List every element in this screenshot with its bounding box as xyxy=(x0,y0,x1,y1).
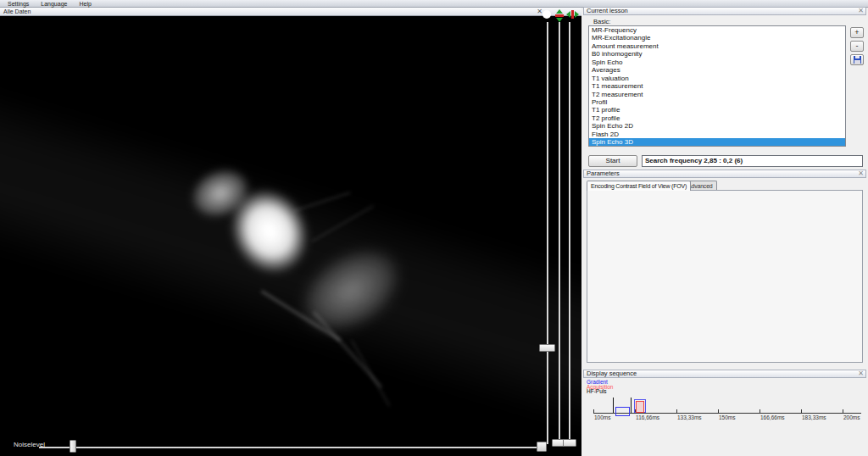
list-item[interactable]: Flash 2D xyxy=(589,131,845,138)
list-item[interactable]: Amount measurement xyxy=(589,42,845,50)
mri-image-viewport xyxy=(0,16,581,456)
tab-encoding-contrast-fov[interactable]: Encoding Contrast Field of View (FOV) xyxy=(587,181,691,191)
list-item[interactable]: MR-Excitationangle xyxy=(589,34,845,42)
hf-pulse-line xyxy=(631,398,632,413)
axis-tick xyxy=(676,409,677,413)
list-item[interactable]: T1 valuation xyxy=(589,75,845,82)
move-vertical-icon xyxy=(555,9,565,22)
tick-label: 183,33ms xyxy=(802,414,826,420)
list-item[interactable]: Averages xyxy=(589,66,845,74)
tick-label: 116,66ms xyxy=(636,414,659,420)
display-sequence-title: Display sequence xyxy=(587,370,637,377)
list-item[interactable]: T1 measurement xyxy=(589,82,845,90)
lesson-listbox[interactable]: MR-Frequency MR-Excitationangle Amount m… xyxy=(588,25,846,147)
slice-slider-track[interactable] xyxy=(547,22,548,444)
start-button[interactable]: Start xyxy=(588,155,637,167)
image-window-titlebar: Alle Daten ✕ xyxy=(0,8,581,16)
axis-tick xyxy=(801,409,802,413)
display-sequence-header: Display sequence ✕ xyxy=(583,370,866,378)
vertical-pan-slider-track[interactable] xyxy=(559,22,560,444)
current-lesson-title: Current lesson xyxy=(587,7,628,14)
close-icon[interactable]: ✕ xyxy=(858,8,864,14)
close-icon[interactable]: ✕ xyxy=(858,170,864,177)
axis-tick xyxy=(843,409,843,413)
list-item-selected[interactable]: Spin Echo 3D xyxy=(589,138,845,146)
current-lesson-header: Current lesson ✕ xyxy=(583,7,866,15)
horizontal-pan-slider-track[interactable] xyxy=(569,22,570,444)
slice-position-icon xyxy=(542,10,551,19)
tick-label: 150ms xyxy=(719,414,736,420)
gradient-pulse-shape xyxy=(615,407,630,416)
list-item[interactable]: T2 measurement xyxy=(589,91,845,98)
legend-hf-puls: HF-Puls xyxy=(587,389,606,394)
horizontal-pan-slider-thumb[interactable] xyxy=(563,439,576,447)
list-item[interactable]: Spin Echo 2D xyxy=(589,122,845,130)
list-item[interactable]: B0 inhomogenity xyxy=(589,50,845,58)
tick-label: 133,33ms xyxy=(677,414,702,420)
list-item[interactable]: Profil xyxy=(589,98,845,106)
parameters-tab-page xyxy=(587,190,863,363)
close-icon[interactable]: ✕ xyxy=(858,370,864,377)
list-item[interactable]: Spin Echo xyxy=(589,58,845,66)
tick-label: 100ms xyxy=(594,414,611,420)
list-item[interactable]: T1 profile xyxy=(589,106,845,114)
menu-settings[interactable]: Settings xyxy=(3,1,34,7)
menu-language[interactable]: Language xyxy=(36,1,72,7)
close-icon[interactable]: ✕ xyxy=(537,8,542,15)
list-item[interactable]: T2 profile xyxy=(589,114,845,122)
add-lesson-button[interactable]: + xyxy=(850,27,864,38)
search-frequency-field: Search frequency 2,85 : 0,2 (6) xyxy=(642,155,863,167)
axis-tick xyxy=(718,409,719,413)
tick-label: 200ms xyxy=(843,414,860,420)
menu-help[interactable]: Help xyxy=(74,1,96,7)
parameters-header: Parameters ✕ xyxy=(583,170,866,178)
sequence-time-axis xyxy=(593,413,861,414)
basic-label: Basic: xyxy=(593,18,610,25)
image-window-title: Alle Daten xyxy=(3,8,31,14)
save-button[interactable] xyxy=(850,54,864,65)
parameters-title: Parameters xyxy=(587,170,620,177)
noiselevel-slider-track[interactable] xyxy=(39,447,542,448)
hf-pulse-line xyxy=(613,398,614,413)
list-item[interactable]: MR-Frequency xyxy=(589,26,845,34)
remove-lesson-button[interactable]: - xyxy=(850,41,864,52)
floppy-disk-icon xyxy=(854,56,861,64)
acquisition-window-shape xyxy=(636,401,644,413)
axis-tick xyxy=(593,409,594,413)
noiselevel-slider-thumb[interactable] xyxy=(70,440,76,453)
axis-tick xyxy=(760,409,760,413)
noiselevel-slider-end-handle[interactable] xyxy=(537,442,547,452)
move-horizontal-icon xyxy=(566,10,579,19)
slice-slider-thumb[interactable] xyxy=(539,344,555,352)
tick-label: 166,66ms xyxy=(760,414,785,420)
